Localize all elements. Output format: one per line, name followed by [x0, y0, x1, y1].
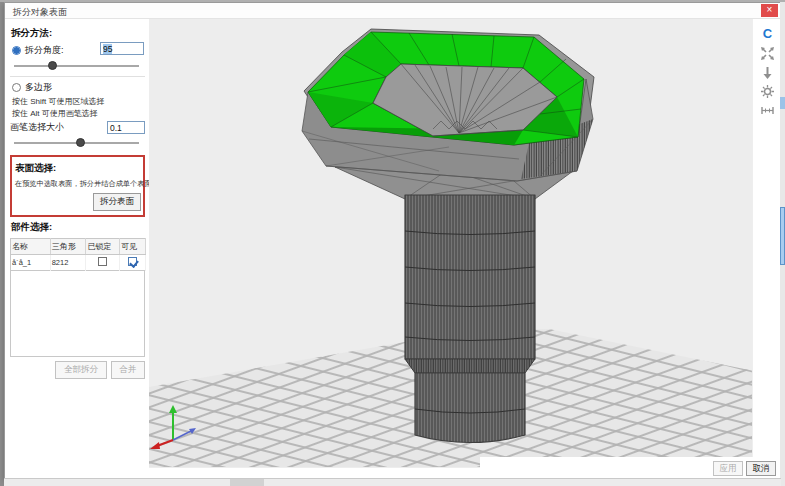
angle-input[interactable]: 95 — [100, 42, 144, 55]
parts-table-empty-area — [10, 271, 145, 357]
dialog-titlebar[interactable]: 拆分对象表面 × — [5, 3, 780, 19]
fit-screen-icon[interactable] — [760, 46, 775, 61]
dialog-footer: 应用 取消 — [480, 457, 780, 479]
brush-slider[interactable] — [14, 137, 139, 149]
angle-radio-row: 拆分角度: 95 — [10, 44, 145, 57]
polygon-radio-row: 多边形 — [10, 81, 145, 94]
dialog-title: 拆分对象表面 — [13, 6, 67, 19]
angle-slider[interactable] — [14, 60, 139, 72]
surface-selection-label: 表面选择: — [15, 162, 141, 175]
col-locked[interactable]: 已锁定 — [86, 239, 120, 255]
parts-selection-label: 部件选择: — [11, 221, 145, 234]
3d-viewport[interactable] — [149, 19, 754, 468]
settings-panel: 拆分方法: 拆分角度: 95 多边形 按住 Shift 可使用区域选择 按住 A… — [5, 19, 149, 462]
3d-scene — [149, 19, 754, 468]
surface-selection-desc: 在预览中选取表面，拆分并结合成单个表面。 — [15, 179, 141, 189]
brush-size-label: 画笔选择大小 — [10, 121, 64, 134]
col-name[interactable]: 名称 — [11, 239, 51, 255]
divider — [10, 76, 145, 77]
part-triangles: 8212 — [50, 255, 86, 271]
table-row[interactable]: å´å_1 8212 — [11, 255, 146, 271]
part-name[interactable]: å´å_1 — [11, 255, 51, 271]
polygon-radio[interactable] — [12, 83, 21, 92]
alt-hint: 按住 Alt 可使用画笔选择 — [12, 108, 145, 119]
background-app-right-edge — [780, 2, 785, 486]
split-surface-dialog: 拆分对象表面 × 拆分方法: 拆分角度: 95 多边形 按住 Shift 可使用… — [4, 2, 781, 480]
close-icon[interactable]: × — [761, 4, 778, 17]
parts-table: 名称 三角形 已锁定 可见 å´å_1 8212 — [10, 238, 146, 271]
move-down-icon[interactable] — [760, 65, 775, 80]
split-surface-button[interactable]: 拆分表面 — [93, 193, 141, 211]
angle-slider-track[interactable] — [14, 65, 139, 67]
parts-buttons: 全部拆分 合并 — [10, 361, 145, 379]
background-app-bottom-edge — [4, 478, 781, 486]
polygon-radio-label: 多边形 — [25, 81, 52, 94]
angle-slider-handle[interactable] — [48, 61, 57, 70]
measure-icon[interactable] — [760, 103, 775, 118]
brush-slider-handle[interactable] — [76, 138, 85, 147]
merge-button[interactable]: 合并 — [111, 361, 145, 379]
apply-button[interactable]: 应用 — [713, 461, 743, 476]
surface-selection-highlight: 表面选择: 在预览中选取表面，拆分并结合成单个表面。 拆分表面 — [10, 155, 145, 217]
split-all-button[interactable]: 全部拆分 — [55, 361, 107, 379]
reset-view-icon[interactable]: C — [760, 27, 775, 42]
view-toolbar: C — [752, 19, 780, 468]
screen: 拆分对象表面 × 拆分方法: 拆分角度: 95 多边形 按住 Shift 可使用… — [0, 0, 785, 486]
visible-checkbox[interactable] — [128, 257, 137, 266]
col-triangles[interactable]: 三角形 — [50, 239, 86, 255]
col-visible[interactable]: 可见 — [120, 239, 146, 255]
cancel-button[interactable]: 取消 — [746, 461, 776, 476]
angle-radio-label: 拆分角度: — [25, 44, 64, 57]
settings-gear-icon[interactable] — [760, 84, 775, 99]
shift-hint: 按住 Shift 可使用区域选择 — [12, 96, 145, 107]
locked-checkbox[interactable] — [98, 257, 107, 266]
brush-size-row: 画笔选择大小 0.1 — [10, 121, 145, 134]
parts-table-header: 名称 三角形 已锁定 可见 — [11, 239, 146, 255]
angle-radio[interactable] — [12, 46, 21, 55]
split-method-label: 拆分方法: — [11, 27, 145, 40]
brush-size-input[interactable]: 0.1 — [107, 121, 145, 134]
